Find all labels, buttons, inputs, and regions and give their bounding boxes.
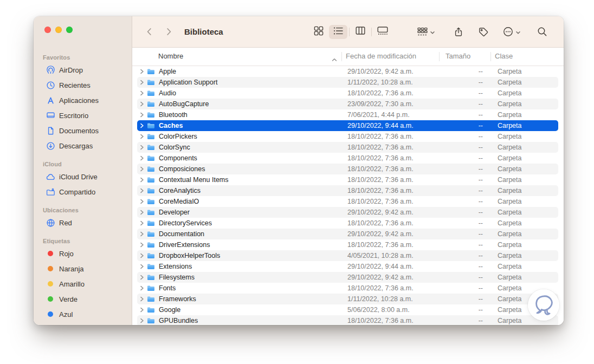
sidebar-item-naranja[interactable]: Naranja: [37, 261, 128, 276]
disclosure-chevron-icon[interactable]: [140, 112, 146, 118]
table-row-colorsync[interactable]: ColorSync18/10/2022, 7:36 a.m.--Carpeta: [137, 142, 558, 153]
table-row-application-support[interactable]: Application Support1/11/2022, 10:28 a.m.…: [137, 77, 558, 88]
group-button[interactable]: [415, 25, 437, 39]
file-kind: Carpeta: [498, 252, 521, 259]
table-row-audio[interactable]: Audio18/10/2022, 7:36 a.m.--Carpeta: [137, 88, 558, 99]
table-row-contextual-menu-items[interactable]: Contextual Menu Items18/10/2022, 7:36 a.…: [137, 174, 558, 185]
view-grid-button[interactable]: [309, 25, 328, 39]
column-header-nombre[interactable]: Nombre: [158, 52, 183, 60]
disclosure-chevron-icon[interactable]: [140, 155, 146, 161]
file-name: DropboxHelperTools: [159, 252, 347, 259]
file-name: Application Support: [159, 79, 347, 86]
folder-icon: [147, 296, 156, 302]
table-row-colorpickers[interactable]: ColorPickers18/10/2022, 7:36 a.m.--Carpe…: [137, 131, 558, 142]
table-row-extensions[interactable]: Extensions29/10/2022, 9:44 a.m.--Carpeta: [137, 261, 558, 272]
table-row-filesystems[interactable]: Filesystems29/10/2022, 9:42 a.m.--Carpet…: [137, 272, 558, 283]
view-columns-button[interactable]: [351, 25, 370, 39]
file-kind: Carpeta: [498, 219, 521, 227]
sidebar-item-label: Aplicaciones: [59, 96, 99, 105]
file-kind: Carpeta: [498, 144, 521, 151]
gallery-view-icon: [377, 26, 388, 37]
disclosure-chevron-icon[interactable]: [140, 90, 146, 96]
forward-button[interactable]: [162, 25, 176, 39]
disclosure-chevron-icon[interactable]: [140, 231, 146, 237]
disclosure-chevron-icon[interactable]: [140, 242, 146, 248]
disclosure-chevron-icon[interactable]: [140, 177, 146, 183]
disclosure-chevron-icon[interactable]: [140, 166, 146, 172]
search-button[interactable]: [535, 25, 550, 39]
table-row-developer[interactable]: Developer29/10/2022, 9:42 a.m.--Carpeta: [137, 207, 558, 218]
table-row-directoryservices[interactable]: DirectoryServices18/10/2022, 7:36 a.m.--…: [137, 218, 558, 229]
disclosure-chevron-icon[interactable]: [140, 264, 146, 269]
disclosure-chevron-icon[interactable]: [140, 145, 146, 150]
sidebar-item-airdrop[interactable]: AirDrop: [37, 62, 128, 77]
sidebar-item-descargas[interactable]: Descargas: [37, 138, 128, 153]
disclosure-chevron-icon[interactable]: [140, 275, 146, 280]
sidebar-item-recientes[interactable]: Recientes: [37, 77, 128, 93]
table-row-dropboxhelpertools[interactable]: DropboxHelperTools4/05/2021, 10:28 a.m.-…: [137, 250, 558, 261]
table-row-composiciones[interactable]: Composiciones18/10/2022, 7:36 a.m.--Carp…: [137, 164, 558, 174]
disclosure-chevron-icon[interactable]: [140, 134, 146, 139]
sidebar-item-red[interactable]: Red: [37, 215, 128, 230]
sidebar-item-amarillo[interactable]: Amarillo: [37, 276, 128, 291]
sidebar-item-azul[interactable]: Azul: [37, 307, 128, 322]
table-row-google[interactable]: Google5/06/2022, 8:00 a.m.--Carpeta: [137, 304, 558, 315]
finder-window: FavoritosAirDropRecientesAplicacionesEsc…: [34, 16, 564, 325]
file-kind: Carpeta: [498, 209, 521, 216]
folder-icon: [147, 187, 156, 194]
close-button[interactable]: [44, 27, 51, 33]
disclosure-chevron-icon[interactable]: [140, 69, 146, 74]
disclosure-chevron-icon[interactable]: [140, 199, 146, 204]
disclosure-chevron-icon[interactable]: [140, 285, 146, 291]
view-list-button[interactable]: [329, 25, 347, 39]
table-row-caches[interactable]: Caches29/10/2022, 9:44 a.m.--Carpeta: [137, 120, 558, 131]
sidebar-item-documentos[interactable]: Documentos: [37, 123, 128, 138]
table-row-fonts[interactable]: Fonts18/10/2022, 7:36 a.m.--Carpeta: [137, 283, 558, 294]
disclosure-chevron-icon[interactable]: [140, 307, 146, 313]
table-row-gpubundles[interactable]: GPUBundles18/10/2022, 7:36 a.m.--Carpeta: [137, 315, 558, 325]
file-name: ColorSync: [159, 144, 347, 151]
table-row-driverextensions[interactable]: DriverExtensions18/10/2022, 7:36 a.m.--C…: [137, 239, 558, 250]
file-name: Caches: [159, 122, 347, 129]
disclosure-chevron-icon[interactable]: [140, 318, 146, 323]
column-header-clase[interactable]: Clase: [495, 52, 513, 60]
zoom-button[interactable]: [66, 27, 73, 33]
disclosure-chevron-icon[interactable]: [140, 80, 146, 85]
table-row-coreanalytics[interactable]: CoreAnalytics18/10/2022, 7:36 a.m.--Carp…: [137, 185, 558, 196]
sidebar-item-escritorio[interactable]: Escritorio: [37, 108, 128, 123]
back-button[interactable]: [142, 25, 156, 39]
file-size: --: [440, 317, 483, 324]
disclosure-chevron-icon[interactable]: [140, 188, 146, 193]
column-header-tamano[interactable]: Tamaño: [446, 52, 470, 60]
table-row-apple[interactable]: Apple29/10/2022, 9:42 a.m.--Carpeta: [137, 66, 558, 77]
table-row-components[interactable]: Components18/10/2022, 7:36 a.m.--Carpeta: [137, 153, 558, 164]
table-row-coremediaio[interactable]: CoreMediaIO18/10/2022, 7:36 a.m.--Carpet…: [137, 196, 558, 207]
disclosure-chevron-icon[interactable]: [140, 101, 146, 107]
table-row-documentation[interactable]: Documentation29/10/2022, 9:42 a.m.--Carp…: [137, 229, 558, 239]
disclosure-chevron-icon[interactable]: [140, 296, 146, 302]
sidebar-item-aplicaciones[interactable]: Aplicaciones: [37, 93, 128, 108]
minimize-button[interactable]: [55, 27, 62, 33]
column-header-fecha[interactable]: Fecha de modificación: [346, 52, 416, 60]
disclosure-chevron-icon[interactable]: [140, 253, 146, 258]
sidebar-item-rojo[interactable]: Rojo: [37, 246, 128, 261]
sidebar-item-icloud-drive[interactable]: iCloud Drive: [37, 169, 128, 184]
share-button[interactable]: [451, 25, 466, 39]
table-row-frameworks[interactable]: Frameworks1/11/2022, 10:28 a.m.--Carpeta: [137, 294, 558, 304]
disclosure-chevron-icon[interactable]: [140, 220, 146, 226]
tags-button[interactable]: [476, 25, 491, 39]
disclosure-chevron-icon[interactable]: [140, 123, 146, 128]
table-row-bluetooth[interactable]: Bluetooth7/06/2021, 4:44 p.m.--Carpeta: [137, 109, 558, 120]
file-kind: Carpeta: [498, 176, 521, 184]
table-row-autobugcapture[interactable]: AutoBugCapture23/09/2022, 7:30 a.m.--Car…: [137, 99, 558, 109]
file-size: --: [440, 230, 483, 238]
disclosure-chevron-icon[interactable]: [140, 210, 146, 215]
file-kind: Carpeta: [498, 111, 521, 119]
view-separator: [349, 28, 350, 36]
sidebar-item-verde[interactable]: Verde: [37, 291, 128, 307]
sidebar-item-compartido[interactable]: Compartido: [37, 184, 128, 199]
view-gallery-button[interactable]: [373, 25, 392, 39]
cloud-icon: [46, 172, 55, 181]
more-button[interactable]: [501, 25, 523, 39]
sidebar-item-label: Verde: [59, 295, 78, 303]
